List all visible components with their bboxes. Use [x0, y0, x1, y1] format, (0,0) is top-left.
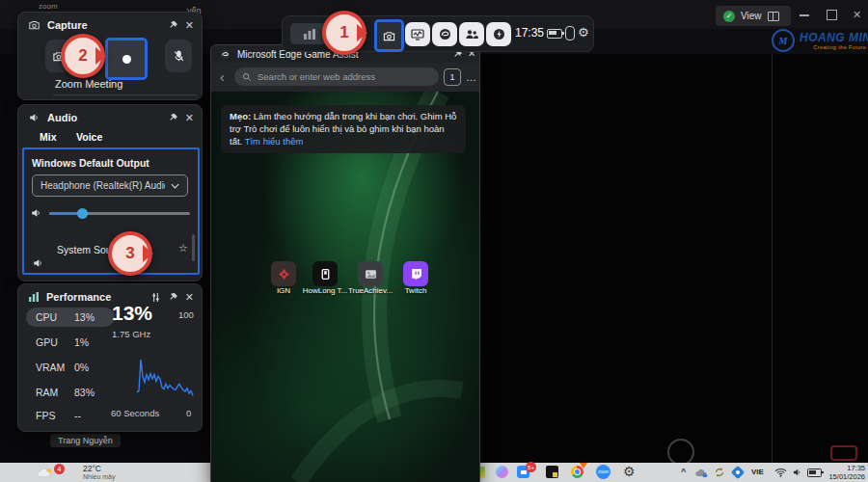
minimize-button[interactable] — [800, 14, 809, 16]
metric-ram[interactable]: RAM 83% — [36, 383, 119, 402]
pin-icon[interactable] — [168, 113, 178, 123]
tip-prefix: Mẹo: — [230, 111, 251, 121]
menu-ellipsis-icon[interactable]: … — [466, 71, 476, 83]
metric-value: 83% — [74, 387, 95, 398]
mic-muted-icon — [173, 49, 185, 63]
mic-toggle-button[interactable] — [165, 40, 192, 72]
metric-value: 1% — [74, 336, 89, 348]
pin-icon[interactable] — [168, 292, 178, 303]
close-icon[interactable]: ✕ — [185, 292, 194, 303]
output-section-label: Windows Default Output — [32, 157, 149, 169]
people-icon — [465, 28, 478, 40]
metric-label: FPS — [36, 410, 74, 421]
cpu-usage-sparkline — [136, 354, 194, 402]
search-input[interactable]: Search or enter web address — [234, 67, 439, 86]
taskbar-time: 17:35 — [827, 464, 865, 472]
edge-game-assist-window: Microsoft Edge Game Assist ✕ ‹ Search or… — [210, 44, 480, 482]
record-dot-icon — [122, 55, 131, 64]
participant-name-pill: Trang Nguyễn — [50, 434, 121, 447]
app-label: HowLong T... — [300, 286, 350, 295]
metric-label: GPU — [36, 336, 74, 348]
metric-label: CPU — [36, 311, 74, 323]
zoom-view-button[interactable]: ✓ View — [716, 6, 791, 26]
app-icon-dark[interactable] — [546, 466, 558, 478]
output-device-dropdown[interactable]: Headphone (Realtek(R) Audio) — [32, 174, 188, 197]
edge-address-bar: ‹ Search or enter web address 1 … — [211, 63, 479, 92]
background-divider-line — [772, 54, 773, 463]
close-window-button[interactable]: ✕ — [853, 9, 861, 21]
view-button-label: View — [741, 11, 762, 21]
security-shield-icon: ✓ — [723, 11, 735, 22]
search-icon — [242, 72, 252, 82]
language-indicator[interactable]: VIE — [751, 468, 764, 476]
divider — [53, 94, 198, 95]
metric-value: -- — [74, 410, 81, 421]
search-placeholder: Search or enter web address — [258, 71, 375, 82]
tray-speaker-icon[interactable] — [792, 468, 802, 477]
settings-app-icon[interactable]: ⚙ — [623, 464, 636, 479]
metric-cpu[interactable]: CPU 13% — [26, 308, 115, 327]
system-sounds-speaker-icon — [32, 257, 44, 269]
weather-badge: 4 — [54, 464, 65, 474]
metric-vram[interactable]: VRAM 0% — [36, 358, 119, 377]
toolbar-performance-button[interactable] — [405, 22, 430, 46]
pin-icon[interactable] — [168, 20, 178, 31]
app-shortcut-twitch[interactable]: Twitch — [403, 261, 441, 295]
background-remnant-circle — [667, 439, 694, 466]
metric-fps[interactable]: FPS -- — [36, 406, 119, 425]
zoom-circle-icon[interactable]: zoom — [596, 465, 610, 479]
settings-gear-icon[interactable]: ⚙ — [578, 25, 589, 40]
taskbar-clock[interactable]: 17:35 15/01/2026 — [827, 464, 865, 481]
wifi-icon[interactable] — [774, 468, 787, 477]
background-dimmed-right — [482, 54, 868, 463]
tab-voice[interactable]: Voice — [76, 131, 102, 143]
metric-gpu[interactable]: GPU 1% — [36, 333, 119, 352]
speaker-icon — [28, 112, 41, 123]
back-icon[interactable]: ‹ — [220, 69, 225, 85]
tray-battery-icon[interactable] — [807, 469, 822, 477]
watermark-tagline: Creating the Future — [800, 44, 868, 50]
maximize-button[interactable] — [827, 10, 837, 20]
toolbar-capture-button[interactable] — [377, 22, 401, 49]
watermark-brand: HOANG MINH — [800, 31, 868, 44]
watermark: M HOANG MINH Creating the Future — [772, 29, 868, 52]
volume-slider-thumb[interactable] — [77, 208, 88, 219]
onedrive-icon[interactable] — [694, 469, 708, 477]
star-icon[interactable]: ☆ — [178, 242, 188, 254]
tab-counter[interactable]: 1 — [444, 68, 461, 86]
tab-mix[interactable]: Mix — [40, 131, 57, 143]
trueachievements-icon — [358, 261, 383, 286]
toolbar-social-button[interactable] — [459, 22, 484, 46]
edge-logo-icon — [220, 49, 231, 60]
sync-icon[interactable] — [714, 467, 725, 478]
widgets-icon — [303, 29, 316, 40]
toolbar-gamepass-button[interactable] — [486, 22, 511, 46]
toolbar-time: 17:35 — [515, 26, 544, 40]
tray-expand-icon[interactable]: ^ — [681, 467, 686, 476]
screen: zoom W yến Trang Nguyễn ✓ View ✕ M HOANG… — [0, 0, 868, 482]
mouse-icon — [565, 26, 575, 40]
edge-content-area: Mẹo: Làm theo hướng dẫn trong khi bạn ch… — [211, 92, 479, 482]
background-zoom-text: zoom — [39, 2, 58, 11]
chrome-badge — [580, 463, 587, 469]
tray-blue-icon[interactable] — [731, 466, 745, 479]
audio-title: Audio — [47, 112, 77, 123]
capture-button-highlight — [374, 19, 404, 52]
sliders-icon[interactable] — [150, 292, 161, 303]
weather-icon[interactable] — [37, 467, 54, 478]
performance-panel: Performance ✕ CPU 13% GPU 1% VRAM 0% RAM… — [17, 283, 203, 432]
annotation-step-2: 2 — [61, 34, 105, 78]
close-icon[interactable]: ✕ — [185, 113, 194, 123]
weather-condition: Nhiều mây — [83, 473, 115, 480]
metric-value: 13% — [74, 311, 95, 323]
lightning-circle-icon — [493, 28, 505, 40]
tip-learn-more-link[interactable]: Tìm hiểu thêm — [245, 136, 304, 147]
toolbar-edge-assist-button[interactable] — [432, 22, 457, 46]
app-label: Twitch — [391, 286, 441, 295]
chart-x-end: 0 — [186, 408, 191, 418]
copilot-icon[interactable] — [496, 466, 508, 478]
capture-title: Capture — [47, 19, 88, 31]
scrollbar-thumb[interactable] — [192, 234, 195, 261]
close-icon[interactable]: ✕ — [185, 20, 194, 31]
camera-icon — [383, 30, 395, 42]
